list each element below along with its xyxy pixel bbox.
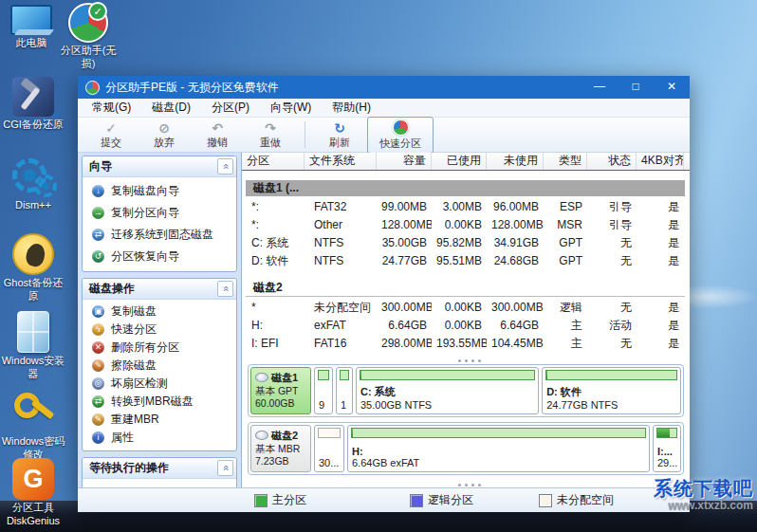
legend-item-unallocated: 未分配空间 [539,492,614,508]
partition-block-msr[interactable]: 1 [336,367,353,414]
sidebar-item-migrate-os-to-ssd[interactable]: ⇄迁移系统到固态磁盘 [83,224,236,246]
disk-group-row[interactable]: 磁盘2 [246,280,685,297]
toolbar-button-label: 重做 [245,136,296,150]
sidebar-item-convert-to-mbr[interactable]: ⇄转换到MBR磁盘 [83,393,236,411]
partition-row[interactable]: C: 系统NTFS35.00GB95.82MB34.91GBGPT无是 [242,234,690,252]
sidebar-item-properties[interactable]: i属性 [83,429,236,447]
column-header-3[interactable]: 已使用 [432,153,487,170]
menu-item-1[interactable]: 磁盘(D) [141,100,201,116]
cell: 是 [637,234,684,252]
app-icon [85,81,100,95]
disk-label-1[interactable]: 磁盘1基本 GPT60.00GB [250,367,311,414]
cell: D: 软件 [242,252,305,270]
bad-sector-test-icon: ◎ [92,377,104,390]
partition-block-labels: 1 [337,380,352,413]
desktop-icon-partition-assistant[interactable]: 分区助手(无损) [58,3,119,71]
disk-group-row[interactable]: 磁盘1 (... [246,180,685,196]
partition-row[interactable]: D: 软件NTFS24.77GB95.51MB24.68GBGPT无是 [242,252,690,270]
legend-label: 主分区 [272,492,306,508]
sidebar-item-copy-partition-wizard[interactable]: →复制分区向导 [83,202,236,224]
sidebar-panel-body: ▣复制磁盘ϟ快速分区✕删除所有分区✎擦除磁盘◎坏扇区检测⇄转换到MBR磁盘✎重建… [83,300,236,450]
toolbar-button-redo[interactable]: ↷重做 [245,120,296,150]
partition-row[interactable]: H:exFAT6.64GB0.00KB6.64GB主活动是 [242,317,690,335]
cell: 引导 [587,198,637,216]
cell: 活动 [587,317,637,335]
partition-block-unallocated[interactable]: 30... [314,425,344,472]
sidebar-item-quick-partition[interactable]: ϟ快速分区 [83,321,236,339]
cell: 24.77GB [377,252,432,270]
cell: exFAT [305,317,377,335]
disk-name-text: 磁盘2 [271,429,298,443]
cell: 128.00MB [487,216,544,234]
toolbar-button-apply[interactable]: ✓提交 [85,120,137,150]
sidebar-panel-body: ↓复制磁盘向导→复制分区向导⇄迁移系统到固态磁盘↺分区恢复向导 [83,177,236,271]
column-header-6[interactable]: 状态 [587,153,637,170]
desktop-icon-dism[interactable]: Dism++ [0,156,66,212]
partition-block-size: 6.64GB exFAT [352,457,645,468]
menu-item-2[interactable]: 分区(P) [201,100,260,116]
desktop-icon-windows-password[interactable]: Windows密码修改 [0,392,66,462]
desktop-icon-cgi-backup[interactable]: CGI备份还原 [0,77,66,132]
toolbar-button-quick-partition[interactable]: 快速分区 [367,117,434,154]
partition-block-esp[interactable]: 9 [314,367,333,414]
partition-block-size: 9 [319,399,328,411]
window-title: 分区助手PE版 - 无损分区免费软件 [105,80,582,96]
partition-block-c-system[interactable]: C: 系统35.00GB NTFS [356,367,539,414]
cell: *: [242,198,305,216]
close-button[interactable]: ✕ [654,76,690,99]
sidebar-item-label: 删除所有分区 [111,339,179,356]
partition-block-i-efi[interactable]: I:...29... [653,425,681,472]
maximize-button[interactable]: □ [618,76,654,99]
toolbar-button-label: 撤销 [192,136,243,150]
ghost-backup-icon [12,233,54,275]
toolbar-button-discard[interactable]: ⊘放弃 [138,120,190,150]
sidebar-item-rebuild-mbr[interactable]: ✎重建MBR [83,411,236,429]
legend-label: 未分配空间 [557,492,614,508]
desktop-icon-label: 此电脑 [4,37,59,50]
watermark-title: 系统下载吧 [654,478,753,500]
column-header-0[interactable]: 分区 [242,153,305,170]
partition-row[interactable]: *:FAT3299.00MB3.00MB96.00MBESP引导是 [242,198,690,216]
partition-row[interactable]: *:Other128.00MB0.00KB128.00MBMSR引导是 [242,216,690,234]
column-header-1[interactable]: 文件系统 [305,153,377,170]
sidebar-item-delete-all-partitions[interactable]: ✕删除所有分区 [83,339,236,357]
legend-item-logical: 逻辑分区 [410,492,539,508]
sidebar-item-wipe-disk[interactable]: ✎擦除磁盘 [83,357,236,375]
partition-block-d-software[interactable]: D: 软件24.77GB NTFS [542,367,681,414]
quick-partition-icon: ϟ [92,323,104,336]
sidebar-item-copy-disk[interactable]: ▣复制磁盘 [83,303,236,321]
partition-block-labels: I:...29... [654,438,680,471]
minimize-button[interactable]: — [582,76,618,99]
sidebar-item-copy-disk-wizard[interactable]: ↓复制磁盘向导 [83,180,236,202]
partition-block-h-exfat[interactable]: H:6.64GB exFAT [347,425,650,472]
desktop-icon-ghost-backup[interactable]: Ghost备份还原 [0,233,66,303]
partition-block-size: 1 [341,399,348,411]
collapse-chevron-icon[interactable]: « [217,460,233,476]
usage-bar [351,428,646,438]
column-header-2[interactable]: 容量 [377,153,432,170]
sidebar-item-bad-sector-test[interactable]: ◎坏扇区检测 [83,375,236,393]
desktop-icon-label: Windows安装器 [0,355,66,381]
toolbar-button-refresh[interactable]: ↻刷新 [314,120,365,150]
menu-item-4[interactable]: 帮助(H) [322,100,381,116]
cell: 无 [587,335,637,353]
menu-item-3[interactable]: 向导(W) [260,100,322,116]
desktop-icon-this-pc[interactable]: 此电脑 [4,3,59,50]
partition-row[interactable]: *未分配空间300.00MB0.00KB300.00MB逻辑无是 [242,299,690,317]
disk-label-2[interactable]: 磁盘2基本 MBR7.23GB [250,425,311,472]
partition-block-labels: H:6.64GB exFAT [348,438,649,471]
column-header-5[interactable]: 类型 [544,153,587,170]
collapse-chevron-icon[interactable]: « [217,158,233,174]
column-header-4[interactable]: 未使用 [487,153,544,170]
cell: 主 [544,335,587,353]
cell: 24.68GB [487,252,544,270]
toolbar-button-undo[interactable]: ↶撤销 [192,120,243,150]
desktop-icon-diskgenius[interactable]: G分区工具DiskGenius [0,458,66,528]
desktop-icon-windows-installer[interactable]: Windows安装器 [0,311,66,381]
cell: I: EFI [242,335,305,353]
partition-row[interactable]: I: EFIFAT16298.00MB193.55MB104.45MB主无是 [242,335,690,353]
sidebar-item-partition-recovery-wizard[interactable]: ↺分区恢复向导 [83,246,236,267]
menu-item-0[interactable]: 常规(G) [82,100,141,116]
column-header-7[interactable]: 4KB对齐 [637,153,684,170]
collapse-chevron-icon[interactable]: « [217,281,233,297]
